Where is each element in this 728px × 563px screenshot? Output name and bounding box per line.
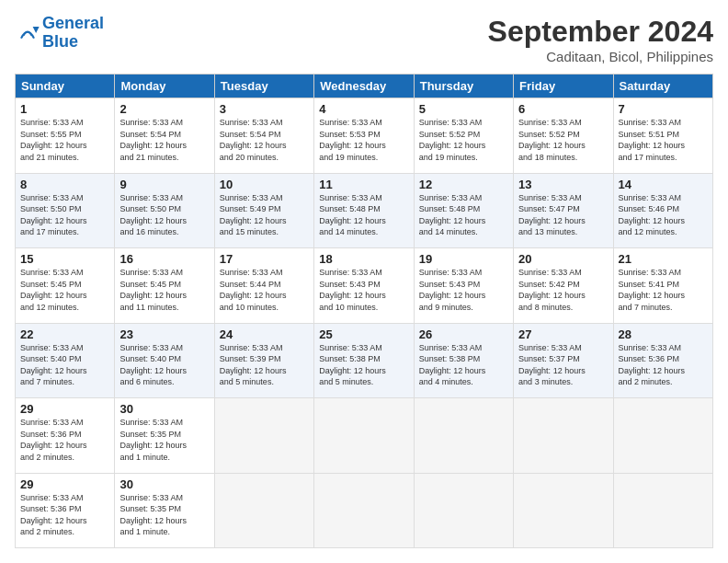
day-info: Sunrise: 5:33 AM Sunset: 5:45 PM Dayligh…: [119, 267, 209, 313]
calendar-cell: 29Sunrise: 5:33 AM Sunset: 5:36 PM Dayli…: [16, 473, 115, 548]
calendar-table: SundayMondayTuesdayWednesdayThursdayFrid…: [15, 74, 713, 548]
day-info: Sunrise: 5:33 AM Sunset: 5:44 PM Dayligh…: [220, 267, 309, 313]
day-number: 22: [20, 327, 109, 341]
day-info: Sunrise: 5:33 AM Sunset: 5:46 PM Dayligh…: [619, 192, 708, 238]
calendar-cell: 29Sunrise: 5:33 AM Sunset: 5:36 PM Dayli…: [16, 398, 115, 474]
day-number: 1: [20, 102, 109, 116]
calendar-cell: 20Sunrise: 5:33 AM Sunset: 5:42 PM Dayli…: [514, 248, 613, 324]
calendar-row: 22Sunrise: 5:33 AM Sunset: 5:40 PM Dayli…: [16, 323, 713, 398]
location: Caditaan, Bicol, Philippines: [488, 49, 713, 64]
day-number: 14: [619, 178, 708, 191]
weekday-header-wednesday: Wednesday: [314, 75, 414, 98]
day-number: 30: [119, 402, 209, 416]
weekday-header-thursday: Thursday: [414, 75, 513, 98]
calendar-cell: 22Sunrise: 5:33 AM Sunset: 5:40 PM Dayli…: [16, 323, 115, 398]
day-info: Sunrise: 5:33 AM Sunset: 5:55 PM Dayligh…: [20, 117, 109, 163]
day-number: 25: [319, 327, 408, 341]
day-number: 21: [619, 252, 708, 266]
calendar-cell: [514, 398, 613, 474]
calendar-cell: 26Sunrise: 5:33 AM Sunset: 5:38 PM Dayli…: [414, 323, 513, 398]
day-number: 26: [419, 327, 508, 341]
logo-general: General: [42, 14, 104, 32]
day-number: 16: [119, 252, 209, 266]
day-number: 3: [220, 102, 309, 116]
calendar-cell: 30Sunrise: 5:33 AM Sunset: 5:35 PM Dayli…: [115, 473, 214, 548]
day-info: Sunrise: 5:33 AM Sunset: 5:36 PM Dayligh…: [20, 417, 109, 463]
day-number: 8: [20, 178, 109, 191]
day-info: Sunrise: 5:33 AM Sunset: 5:50 PM Dayligh…: [119, 192, 209, 238]
weekday-header-monday: Monday: [115, 75, 214, 98]
calendar-cell: 14Sunrise: 5:33 AM Sunset: 5:46 PM Dayli…: [613, 173, 712, 248]
day-info: Sunrise: 5:33 AM Sunset: 5:53 PM Dayligh…: [319, 117, 408, 163]
calendar-cell: 5Sunrise: 5:33 AM Sunset: 5:52 PM Daylig…: [414, 98, 513, 174]
day-number: 23: [119, 327, 209, 341]
day-info: Sunrise: 5:33 AM Sunset: 5:41 PM Dayligh…: [619, 267, 708, 313]
calendar-cell: 8Sunrise: 5:33 AM Sunset: 5:50 PM Daylig…: [16, 173, 115, 248]
day-info: Sunrise: 5:33 AM Sunset: 5:48 PM Dayligh…: [419, 192, 508, 238]
logo-blue: Blue: [42, 32, 78, 51]
day-info: Sunrise: 5:33 AM Sunset: 5:54 PM Dayligh…: [119, 117, 209, 163]
calendar-cell: 16Sunrise: 5:33 AM Sunset: 5:45 PM Dayli…: [115, 248, 214, 324]
calendar-cell: 9Sunrise: 5:33 AM Sunset: 5:50 PM Daylig…: [115, 173, 214, 248]
calendar-cell: 17Sunrise: 5:33 AM Sunset: 5:44 PM Dayli…: [214, 248, 313, 324]
day-number: 20: [518, 252, 608, 266]
calendar-cell: 13Sunrise: 5:33 AM Sunset: 5:47 PM Dayli…: [514, 173, 613, 248]
day-number: 2: [119, 102, 209, 116]
weekday-header-row: SundayMondayTuesdayWednesdayThursdayFrid…: [16, 75, 713, 98]
day-number: 29: [20, 477, 109, 491]
logo-text: General Blue: [42, 15, 104, 52]
calendar-row: 29Sunrise: 5:33 AM Sunset: 5:36 PM Dayli…: [16, 473, 713, 548]
header: General Blue September 2024 Caditaan, Bi…: [15, 15, 713, 64]
day-info: Sunrise: 5:33 AM Sunset: 5:36 PM Dayligh…: [619, 342, 708, 388]
day-info: Sunrise: 5:33 AM Sunset: 5:40 PM Dayligh…: [119, 342, 209, 388]
calendar-cell: 3Sunrise: 5:33 AM Sunset: 5:54 PM Daylig…: [214, 98, 313, 174]
calendar-cell: 2Sunrise: 5:33 AM Sunset: 5:54 PM Daylig…: [115, 98, 214, 174]
calendar-cell: 28Sunrise: 5:33 AM Sunset: 5:36 PM Dayli…: [613, 323, 712, 398]
calendar-cell: [613, 398, 712, 474]
day-number: 10: [220, 178, 309, 191]
title-block: September 2024 Caditaan, Bicol, Philippi…: [488, 15, 713, 64]
day-info: Sunrise: 5:33 AM Sunset: 5:36 PM Dayligh…: [20, 492, 109, 538]
calendar-cell: 4Sunrise: 5:33 AM Sunset: 5:53 PM Daylig…: [314, 98, 414, 174]
day-info: Sunrise: 5:33 AM Sunset: 5:52 PM Dayligh…: [419, 117, 508, 163]
page: General Blue September 2024 Caditaan, Bi…: [0, 0, 728, 563]
day-info: Sunrise: 5:33 AM Sunset: 5:38 PM Dayligh…: [419, 342, 508, 388]
calendar-cell: [414, 398, 513, 474]
calendar-row: 29Sunrise: 5:33 AM Sunset: 5:36 PM Dayli…: [16, 398, 713, 474]
day-info: Sunrise: 5:33 AM Sunset: 5:47 PM Dayligh…: [518, 192, 608, 238]
calendar-cell: [214, 473, 313, 548]
day-number: 30: [119, 477, 209, 491]
day-info: Sunrise: 5:33 AM Sunset: 5:35 PM Dayligh…: [119, 492, 209, 538]
calendar-cell: [314, 473, 414, 548]
calendar-cell: [414, 473, 513, 548]
calendar-row: 1Sunrise: 5:33 AM Sunset: 5:55 PM Daylig…: [16, 98, 713, 174]
month-title: September 2024: [488, 15, 713, 49]
calendar-row: 8Sunrise: 5:33 AM Sunset: 5:50 PM Daylig…: [16, 173, 713, 248]
calendar-cell: 18Sunrise: 5:33 AM Sunset: 5:43 PM Dayli…: [314, 248, 414, 324]
calendar-cell: 24Sunrise: 5:33 AM Sunset: 5:39 PM Dayli…: [214, 323, 313, 398]
day-info: Sunrise: 5:33 AM Sunset: 5:37 PM Dayligh…: [518, 342, 608, 388]
day-number: 13: [518, 178, 608, 191]
day-info: Sunrise: 5:33 AM Sunset: 5:48 PM Dayligh…: [319, 192, 408, 238]
calendar-cell: 6Sunrise: 5:33 AM Sunset: 5:52 PM Daylig…: [514, 98, 613, 174]
day-info: Sunrise: 5:33 AM Sunset: 5:35 PM Dayligh…: [119, 417, 209, 463]
day-number: 19: [419, 252, 508, 266]
day-info: Sunrise: 5:33 AM Sunset: 5:43 PM Dayligh…: [419, 267, 508, 313]
calendar-cell: 11Sunrise: 5:33 AM Sunset: 5:48 PM Dayli…: [314, 173, 414, 248]
day-number: 18: [319, 252, 408, 266]
calendar-cell: 25Sunrise: 5:33 AM Sunset: 5:38 PM Dayli…: [314, 323, 414, 398]
day-number: 29: [20, 402, 109, 416]
logo: General Blue: [15, 15, 104, 52]
day-number: 17: [220, 252, 309, 266]
calendar-cell: 27Sunrise: 5:33 AM Sunset: 5:37 PM Dayli…: [514, 323, 613, 398]
day-info: Sunrise: 5:33 AM Sunset: 5:49 PM Dayligh…: [220, 192, 309, 238]
calendar-cell: 1Sunrise: 5:33 AM Sunset: 5:55 PM Daylig…: [16, 98, 115, 174]
day-info: Sunrise: 5:33 AM Sunset: 5:50 PM Dayligh…: [20, 192, 109, 238]
weekday-header-sunday: Sunday: [16, 75, 115, 98]
day-info: Sunrise: 5:33 AM Sunset: 5:40 PM Dayligh…: [20, 342, 109, 388]
day-number: 28: [619, 327, 708, 341]
day-info: Sunrise: 5:33 AM Sunset: 5:52 PM Dayligh…: [518, 117, 608, 163]
day-info: Sunrise: 5:33 AM Sunset: 5:45 PM Dayligh…: [20, 267, 109, 313]
calendar-cell: 12Sunrise: 5:33 AM Sunset: 5:48 PM Dayli…: [414, 173, 513, 248]
day-info: Sunrise: 5:33 AM Sunset: 5:38 PM Dayligh…: [319, 342, 408, 388]
